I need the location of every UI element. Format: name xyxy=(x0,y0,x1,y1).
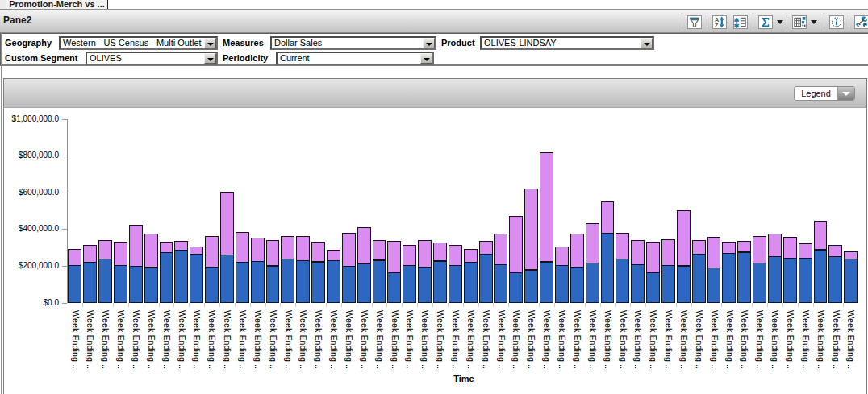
svg-text:A: A xyxy=(715,17,719,23)
svg-text:Z: Z xyxy=(715,23,719,28)
svg-text:✱: ✱ xyxy=(734,22,740,28)
